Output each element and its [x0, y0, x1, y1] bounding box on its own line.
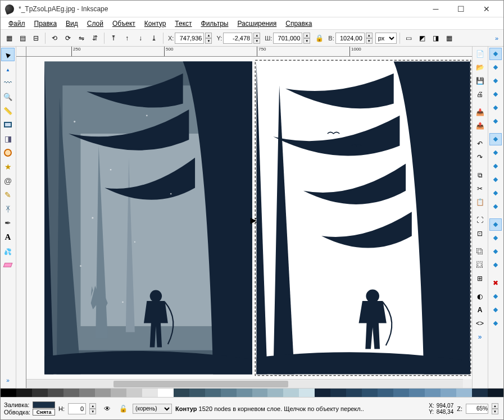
palette-swatch[interactable] [126, 389, 142, 397]
menu-object[interactable]: Объект [108, 19, 140, 29]
zoom-drawing-button[interactable]: ⊡ [474, 227, 486, 240]
rectangle-tool[interactable] [1, 118, 15, 131]
menu-view[interactable]: Вид [61, 19, 83, 29]
palette-swatch[interactable] [456, 389, 472, 397]
palette-swatch[interactable] [393, 389, 409, 397]
opacity-spinner[interactable]: ▲▼ [89, 403, 96, 414]
print-button[interactable]: 🖨 [474, 88, 486, 101]
menu-layer[interactable]: Слой [83, 19, 108, 29]
canvas[interactable] [26, 57, 472, 379]
new-document-button[interactable]: 📄 [474, 48, 486, 60]
spray-tool[interactable] [1, 244, 15, 258]
close-button[interactable]: ✕ [474, 1, 499, 17]
minimize-button[interactable]: ─ [423, 1, 448, 17]
ruler-horizontal[interactable]: 250 500 750 1000 [26, 47, 472, 57]
snap-node-button[interactable] [489, 133, 502, 145]
fill-stroke-button[interactable]: ◐ [474, 290, 486, 303]
snap-bbox-edge-button[interactable] [489, 75, 502, 87]
palette-swatch[interactable] [142, 389, 158, 397]
snap-intersect-button[interactable] [489, 160, 502, 172]
menu-extensions[interactable]: Расширения [233, 19, 281, 29]
tweak-tool[interactable] [1, 76, 15, 89]
palette-swatch[interactable] [299, 389, 315, 397]
palette-swatch[interactable] [1, 389, 16, 397]
clone-button[interactable]: ⿴ [474, 259, 486, 271]
lower-bottom-button[interactable]: ⤓ [148, 32, 160, 44]
commands-overflow-button[interactable]: » [474, 331, 486, 343]
stroke-swatch[interactable]: Снята [33, 409, 55, 416]
x-input[interactable] [175, 33, 204, 44]
unit-select[interactable]: px [375, 33, 397, 44]
toolbar-overflow-button[interactable]: » [492, 32, 501, 44]
ellipse-tool[interactable] [1, 146, 15, 159]
fill-swatch[interactable] [33, 401, 55, 408]
snap-bbox-button[interactable] [489, 61, 502, 74]
raise-button[interactable]: ↑ [121, 32, 133, 44]
maximize-button[interactable]: ☐ [448, 1, 474, 17]
snap-line-mid-button[interactable] [489, 200, 502, 213]
w-spinner[interactable]: ▲▼ [303, 33, 310, 44]
lower-button[interactable]: ↓ [134, 32, 147, 44]
h-input[interactable] [335, 33, 365, 44]
select-layers-button[interactable]: ▤ [16, 32, 29, 44]
affect-stroke-button[interactable]: ▭ [403, 32, 415, 44]
w-input[interactable] [273, 33, 302, 44]
palette-swatch[interactable] [63, 389, 79, 397]
palette-swatch[interactable] [378, 389, 393, 397]
snap-guide-button[interactable] [489, 317, 502, 330]
star-tool[interactable] [1, 160, 15, 174]
palette-swatch[interactable] [79, 389, 95, 397]
palette-swatch[interactable] [441, 389, 456, 397]
rotate-cw-button[interactable]: ⟳ [62, 32, 74, 44]
menu-filters[interactable]: Фильтры [197, 19, 233, 29]
snap-bbox-corner-button[interactable] [489, 88, 502, 101]
palette-swatch[interactable] [111, 389, 126, 397]
snap-bbox-center-button[interactable] [489, 115, 502, 127]
measure-tool[interactable] [1, 104, 15, 117]
copy-button[interactable]: ⧉ [474, 169, 486, 181]
zoom-input[interactable] [466, 404, 488, 414]
palette-swatch[interactable] [205, 389, 221, 397]
bezier-tool[interactable] [1, 202, 15, 216]
palette-swatch[interactable] [488, 389, 503, 397]
y-spinner[interactable]: ▲▼ [253, 33, 260, 44]
palette-swatch[interactable] [158, 389, 174, 397]
opacity-input[interactable] [68, 403, 86, 414]
palette-swatch[interactable] [283, 389, 299, 397]
palette-swatch[interactable] [346, 389, 362, 397]
palette-swatch[interactable] [409, 389, 425, 397]
layer-visibility-button[interactable]: 👁 [101, 403, 113, 415]
palette-swatch[interactable] [189, 389, 205, 397]
menu-edit[interactable]: Правка [30, 19, 62, 29]
open-document-button[interactable]: 📂 [474, 61, 486, 74]
duplicate-button[interactable]: ⿻ [474, 245, 486, 258]
palette-swatch[interactable] [267, 389, 283, 397]
box3d-tool[interactable] [1, 132, 15, 145]
deselect-button[interactable]: ⊟ [30, 32, 42, 44]
menu-text[interactable]: Текст [170, 19, 196, 29]
snap-enable-button[interactable] [489, 48, 502, 60]
text-tool[interactable] [1, 230, 15, 244]
raise-top-button[interactable]: ⤒ [107, 32, 120, 44]
layer-select[interactable]: (корень) [133, 404, 172, 414]
selector-tool[interactable] [1, 48, 15, 61]
text-dialog-button[interactable]: A [474, 304, 486, 316]
snap-smooth-button[interactable] [489, 187, 502, 199]
rotate-ccw-button[interactable]: ⟲ [48, 32, 61, 44]
snap-grid-button[interactable] [489, 304, 502, 316]
snap-center-button[interactable] [489, 232, 502, 244]
snap-delete-button[interactable]: ✖ [489, 277, 502, 289]
snap-path-button[interactable] [489, 147, 502, 159]
y-input[interactable] [223, 33, 252, 44]
scrollbar-thumb[interactable] [113, 381, 288, 387]
horizontal-scrollbar[interactable] [26, 379, 463, 388]
flip-h-button[interactable]: ⇋ [75, 32, 88, 44]
undo-button[interactable]: ↶ [474, 138, 486, 150]
layer-lock-button[interactable]: 🔓 [117, 403, 129, 415]
palette-swatch[interactable] [32, 389, 48, 397]
select-all-button[interactable]: ▦ [3, 32, 15, 44]
snap-text-button[interactable] [489, 259, 502, 271]
import-button[interactable]: 📥 [474, 106, 486, 118]
node-tool[interactable] [1, 62, 15, 75]
snap-cusp-button[interactable] [489, 174, 502, 186]
